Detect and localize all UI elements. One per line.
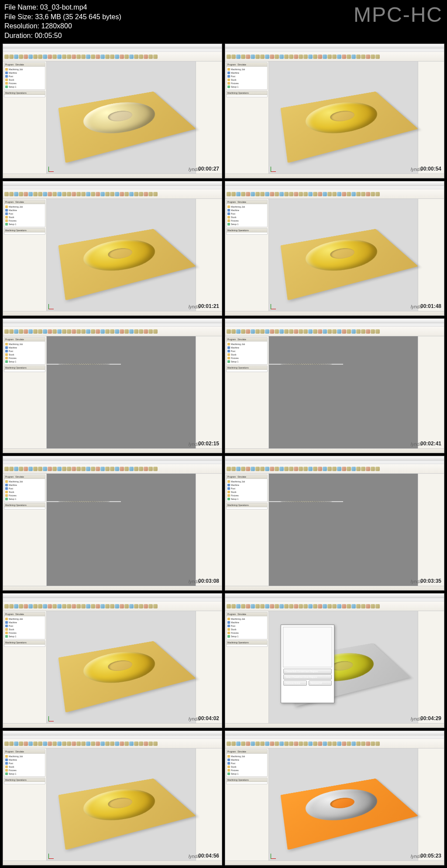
tree-setup[interactable]: Setup 1 (5, 85, 44, 89)
tree-machining-job[interactable]: Machining Job (5, 342, 44, 346)
tree-post[interactable]: Post (227, 624, 266, 628)
menubar[interactable] (3, 48, 222, 52)
toolbar-icon[interactable] (57, 55, 62, 59)
toolbar-icon[interactable] (38, 604, 42, 608)
toolbar-icon[interactable] (260, 329, 265, 334)
tree-fixtures[interactable]: Fixtures (5, 631, 44, 635)
toolbar-icon[interactable] (28, 192, 33, 196)
toolbar-icon[interactable] (251, 192, 255, 196)
toolbar-icon[interactable] (260, 55, 265, 59)
viewport-3d[interactable] (47, 62, 196, 174)
tree-setup[interactable]: Setup 1 (227, 497, 266, 501)
toolbar-icon[interactable] (86, 742, 90, 746)
toolbar-icon[interactable] (134, 192, 138, 196)
toolbar-icon[interactable] (24, 329, 28, 334)
toolbar-icon[interactable] (62, 604, 66, 608)
toolbar-icon[interactable] (148, 604, 153, 608)
toolbar-icon[interactable] (24, 467, 28, 471)
toolbar-icon[interactable] (289, 192, 293, 196)
window-titlebar[interactable] (225, 731, 444, 735)
toolbar-icon[interactable] (294, 329, 298, 334)
toolbar-icon[interactable] (255, 604, 260, 608)
tree-fixtures[interactable]: Fixtures (5, 356, 44, 360)
toolbar-icon[interactable] (57, 192, 62, 196)
toolbar-icon[interactable] (236, 467, 241, 471)
toolbar-icon[interactable] (241, 742, 245, 746)
toolbar-icon[interactable] (67, 742, 71, 746)
toolbar-icon[interactable] (246, 55, 250, 59)
toolbar-icon[interactable] (289, 742, 293, 746)
toolbar-icon[interactable] (153, 604, 158, 608)
toolbar-icon[interactable] (9, 192, 14, 196)
toolbar-icon[interactable] (105, 192, 110, 196)
toolbar-icon[interactable] (375, 467, 380, 471)
window-titlebar[interactable] (225, 181, 444, 186)
toolbar-icon[interactable] (275, 742, 279, 746)
thumbnail[interactable]: Program Simulate Machining Job Machine P… (225, 318, 444, 453)
menubar[interactable] (225, 323, 444, 327)
toolbar-icon[interactable] (337, 467, 341, 471)
toolbar-icon[interactable] (24, 604, 28, 608)
toolbar-icon[interactable] (342, 55, 346, 59)
toolbar-icon[interactable] (251, 55, 255, 59)
toolbar-icon[interactable] (4, 55, 9, 59)
toolbar-icon[interactable] (48, 604, 52, 608)
toolbar-icon[interactable] (9, 742, 14, 746)
toolbar-icon[interactable] (241, 604, 245, 608)
toolbar-icon[interactable] (110, 192, 114, 196)
toolbar-icon[interactable] (19, 467, 23, 471)
toolbar-icon[interactable] (279, 192, 284, 196)
toolbar-icon[interactable] (67, 55, 71, 59)
thumbnail[interactable]: Program Simulate Machining Job Machine P… (3, 318, 222, 453)
toolbar-icon[interactable] (100, 192, 105, 196)
toolbar-icon[interactable] (86, 467, 90, 471)
toolbar-icon[interactable] (303, 467, 308, 471)
toolbar-icon[interactable] (375, 192, 380, 196)
toolbar-icon[interactable] (76, 604, 81, 608)
toolbar-icon[interactable] (91, 467, 95, 471)
viewport-3d[interactable] (269, 748, 418, 861)
tree-machine[interactable]: Machine (5, 483, 44, 487)
toolbar-icon[interactable] (120, 55, 124, 59)
toolbar-icon[interactable] (62, 467, 66, 471)
viewport-3d[interactable] (269, 199, 418, 311)
toolbar-icon[interactable] (308, 55, 313, 59)
toolbar-icon[interactable] (134, 604, 138, 608)
tree-machine[interactable]: Machine (5, 758, 44, 762)
toolbar-icon[interactable] (28, 742, 33, 746)
viewport-quad[interactable] (47, 474, 196, 586)
toolbar-icon[interactable] (120, 742, 124, 746)
toolbar-icon[interactable] (153, 55, 158, 59)
toolbar-icon[interactable] (24, 742, 28, 746)
toolbar-icon[interactable] (115, 604, 119, 608)
window-titlebar[interactable] (3, 319, 222, 323)
tree-post[interactable]: Post (227, 212, 266, 215)
toolbar-icon[interactable] (332, 742, 337, 746)
toolbar-icon[interactable] (105, 329, 110, 334)
toolbar-icon[interactable] (48, 329, 52, 334)
toolbar-icon[interactable] (144, 467, 148, 471)
toolbar-icon[interactable] (294, 467, 298, 471)
toolbar-icon[interactable] (251, 467, 255, 471)
program-tab[interactable]: Program Simulate (227, 338, 267, 342)
toolbar-icon[interactable] (332, 192, 337, 196)
tree-post[interactable]: Post (5, 212, 44, 215)
toolbar-icon[interactable] (351, 329, 356, 334)
toolbar-icon[interactable] (134, 742, 138, 746)
toolbar-icon[interactable] (110, 329, 114, 334)
toolbar-icon[interactable] (303, 55, 308, 59)
tree-post[interactable]: Post (5, 349, 44, 353)
toolbar-icon[interactable] (246, 604, 250, 608)
program-tab[interactable]: Program Simulate (4, 200, 45, 204)
toolbar-icon[interactable] (57, 329, 62, 334)
viewport-3d[interactable]: Create/Edit Containment Regions Select P… (269, 611, 418, 723)
toolbar-icon[interactable] (260, 192, 265, 196)
toolbar-icon[interactable] (327, 192, 332, 196)
toolbar-icon[interactable] (284, 55, 289, 59)
toolbar-icon[interactable] (57, 467, 62, 471)
toolbar-icon[interactable] (270, 55, 274, 59)
tree-fixtures[interactable]: Fixtures (227, 219, 266, 222)
tree-stock[interactable]: Stock (5, 628, 44, 631)
tree-post[interactable]: Post (227, 487, 266, 490)
toolbar-icon[interactable] (24, 55, 28, 59)
